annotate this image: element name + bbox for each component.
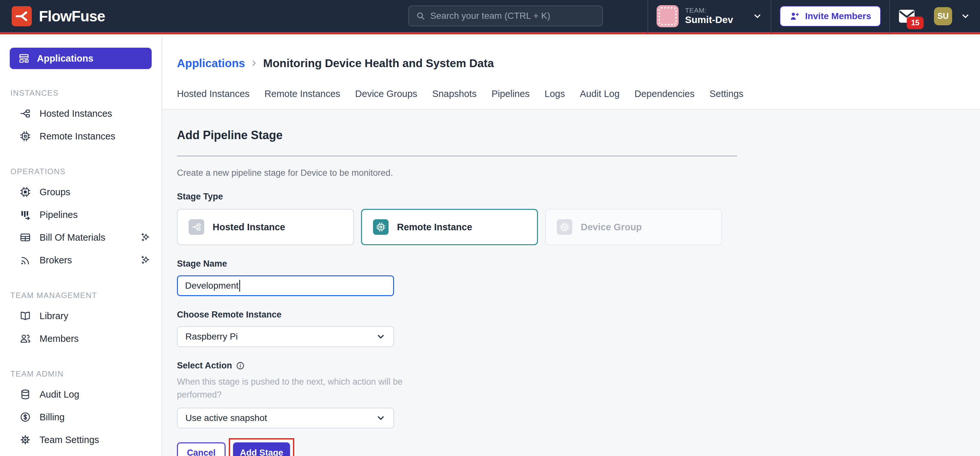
rss-icon <box>19 254 31 266</box>
sidebar-item-label: Billing <box>40 412 65 423</box>
sidebar-item-billing[interactable]: Billing <box>0 406 161 429</box>
navbar-divider <box>889 0 890 33</box>
invite-members-button[interactable]: Invite Members <box>780 6 881 27</box>
tab-hosted-instances[interactable]: Hosted Instances <box>177 89 250 99</box>
sparkle-icon <box>140 255 151 266</box>
sidebar-section-title: INSTANCES <box>0 89 161 97</box>
tab-device-groups[interactable]: Device Groups <box>355 89 417 99</box>
database-icon <box>19 389 31 400</box>
search-icon <box>416 11 425 21</box>
form-description: Create a new pipeline stage for Device t… <box>177 168 737 178</box>
sidebar-item-library[interactable]: Library <box>0 305 161 327</box>
notification-badge: 15 <box>907 16 924 29</box>
tab-logs[interactable]: Logs <box>544 89 565 99</box>
text-caret <box>239 280 240 292</box>
device-group-icon <box>557 219 572 235</box>
flowfuse-logo-icon[interactable] <box>12 6 32 26</box>
stage-name-value: Development <box>185 281 239 291</box>
book-icon <box>19 310 31 322</box>
remote-instance-icon <box>373 219 388 235</box>
sidebar-item-label: Groups <box>40 187 70 198</box>
select-action-label-row: Select Action <box>177 360 737 371</box>
team-avatar <box>657 5 679 27</box>
tab-dependencies[interactable]: Dependencies <box>635 89 695 99</box>
users-icon <box>19 333 31 344</box>
select-action-label: Select Action <box>177 360 232 371</box>
sidebar-item-members[interactable]: Members <box>0 327 161 350</box>
sidebar-item-label: Team Settings <box>40 435 99 445</box>
cancel-button[interactable]: Cancel <box>177 442 226 456</box>
stage-type-option-label: Device Group <box>581 222 642 233</box>
user-menu-chevron-icon[interactable] <box>961 11 970 21</box>
chevron-down-icon <box>752 11 762 21</box>
notifications-button[interactable]: 15 <box>898 9 915 23</box>
sidebar-item-pipelines[interactable]: Pipelines <box>0 203 161 226</box>
application-tabs: Hosted Instances Remote Instances Device… <box>177 89 980 109</box>
top-navbar: FlowFuse TEAM: Sumit-Dev Invite Members … <box>0 0 980 34</box>
navbar-divider <box>648 0 648 33</box>
tab-snapshots[interactable]: Snapshots <box>432 89 477 99</box>
sidebar-item-label: Members <box>40 333 79 344</box>
applications-icon <box>18 53 30 64</box>
chevron-right-icon <box>250 59 259 68</box>
sidebar-item-label: Pipelines <box>40 209 78 220</box>
sidebar-item-label: Remote Instances <box>40 131 115 142</box>
brand: FlowFuse <box>12 6 105 26</box>
stage-name-label: Stage Name <box>177 259 737 269</box>
sidebar-section-title: TEAM ADMIN <box>0 369 161 378</box>
chevron-down-icon <box>376 413 386 423</box>
form-actions: Cancel Add Stage <box>177 438 737 456</box>
stage-type-label: Stage Type <box>177 192 737 202</box>
remote-instance-selected-value: Raspberry Pi <box>185 332 238 342</box>
pipeline-stages-icon <box>19 209 31 220</box>
hosted-instance-icon <box>189 219 204 235</box>
stage-type-remote-instance[interactable]: Remote Instance <box>361 209 538 245</box>
sidebar-item-applications[interactable]: Applications <box>10 48 152 69</box>
sidebar-item-label: Library <box>40 311 68 321</box>
main-content: Applications Monitoring Device Health an… <box>163 37 980 456</box>
sidebar-item-groups[interactable]: Groups <box>0 181 161 203</box>
table-icon <box>19 231 31 243</box>
tab-audit-log[interactable]: Audit Log <box>580 89 620 99</box>
team-search[interactable] <box>408 5 603 26</box>
user-avatar[interactable]: SU <box>934 7 952 25</box>
stage-name-input[interactable]: Development <box>177 275 394 296</box>
sidebar-item-hosted-instances[interactable]: Hosted Instances <box>0 102 161 125</box>
sidebar-item-team-settings[interactable]: Team Settings <box>0 429 161 451</box>
tab-pipelines[interactable]: Pipelines <box>492 89 530 99</box>
navbar-divider <box>771 0 771 33</box>
form-divider <box>177 156 737 156</box>
user-plus-icon <box>789 11 800 21</box>
add-stage-button[interactable]: Add Stage <box>233 442 290 456</box>
stage-type-device-group: Device Group <box>545 209 722 245</box>
sidebar-item-brokers[interactable]: Brokers <box>0 249 161 271</box>
chevron-down-icon <box>376 332 386 341</box>
sidebar-item-label: Applications <box>37 53 93 64</box>
sidebar-item-remote-instances[interactable]: Remote Instances <box>0 125 161 148</box>
tab-settings[interactable]: Settings <box>710 89 743 99</box>
team-label: TEAM: <box>685 6 733 14</box>
page-title: Monitoring Device Health and System Data <box>263 57 494 70</box>
remote-instance-select[interactable]: Raspberry Pi <box>177 326 394 347</box>
page-header: Applications Monitoring Device Health an… <box>163 37 980 110</box>
stage-type-option-label: Remote Instance <box>397 222 472 233</box>
team-text: TEAM: Sumit-Dev <box>685 6 733 26</box>
chip-group-icon <box>19 186 31 198</box>
sidebar-item-bill-of-materials[interactable]: Bill Of Materials <box>0 226 161 249</box>
search-input[interactable] <box>430 11 595 21</box>
info-icon[interactable] <box>236 361 245 370</box>
annotation-highlight: Add Stage <box>229 438 294 456</box>
breadcrumb-applications-link[interactable]: Applications <box>177 57 245 70</box>
action-selected-value: Use active snapshot <box>185 413 267 423</box>
stage-type-hosted-instance[interactable]: Hosted Instance <box>177 209 354 245</box>
sidebar-item-label: Bill Of Materials <box>40 232 105 243</box>
user-initials: SU <box>937 11 949 21</box>
brand-name: FlowFuse <box>39 8 105 25</box>
sidebar: Applications INSTANCES Hosted Instances … <box>0 37 162 456</box>
sidebar-item-audit-log[interactable]: Audit Log <box>0 383 161 406</box>
team-selector[interactable]: TEAM: Sumit-Dev <box>657 5 762 27</box>
pipeline-fork-icon <box>19 108 31 120</box>
tab-remote-instances[interactable]: Remote Instances <box>264 89 340 99</box>
invite-members-label: Invite Members <box>805 11 871 21</box>
action-select[interactable]: Use active snapshot <box>177 408 394 429</box>
